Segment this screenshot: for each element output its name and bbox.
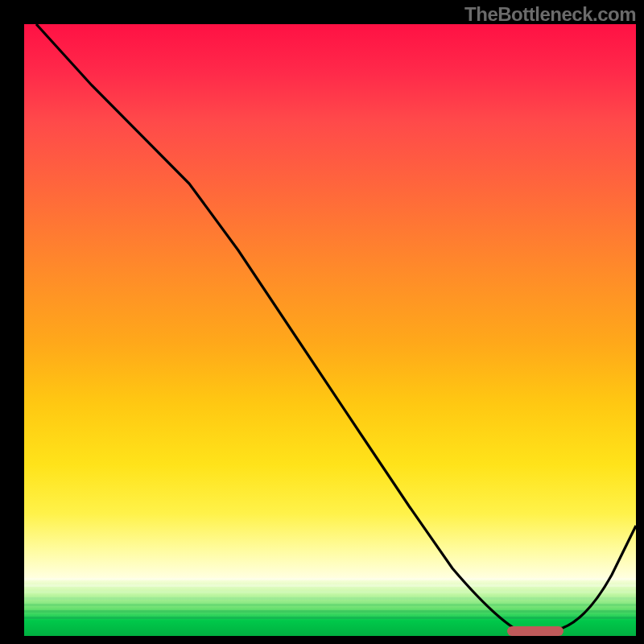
minimum-marker — [507, 626, 564, 636]
bottleneck-curve — [24, 24, 636, 636]
chart-container: TheBottleneck.com — [0, 0, 644, 644]
plot-area — [24, 24, 636, 636]
curve-path — [36, 24, 636, 631]
attribution-text: TheBottleneck.com — [464, 3, 636, 26]
